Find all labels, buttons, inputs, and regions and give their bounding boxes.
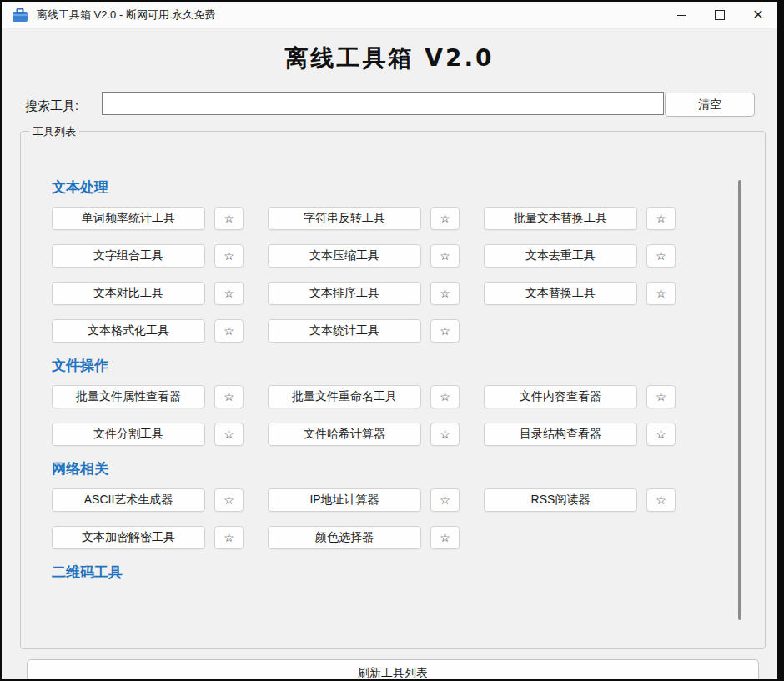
titlebar: 离线工具箱 V2.0 - 断网可用.永久免费 ✕ — [2, 2, 777, 29]
tool-cell: 文本去重工具☆ — [484, 244, 676, 268]
favorite-star-button[interactable]: ☆ — [214, 385, 244, 408]
maximize-button[interactable] — [701, 2, 739, 28]
tool-button[interactable]: 文本对比工具 — [52, 282, 205, 305]
page-title: 离线工具箱 V2.0 — [2, 43, 777, 74]
tool-button[interactable]: 文本加密解密工具 — [52, 526, 205, 549]
window-controls: ✕ — [662, 2, 777, 28]
tool-cell: 文件内容查看器☆ — [484, 385, 676, 408]
search-label: 搜索工具: — [25, 98, 78, 114]
favorite-star-button[interactable]: ☆ — [430, 526, 460, 549]
close-button[interactable]: ✕ — [739, 2, 777, 28]
tool-row: ASCII艺术生成器☆IP地址计算器☆RSS阅读器☆ — [52, 488, 765, 512]
tool-cell: 文件分割工具☆ — [52, 423, 244, 446]
tool-list-groupbox: 工具列表 文本处理单词频率统计工具☆字符串反转工具☆批量文本替换工具☆文字组合工… — [20, 131, 766, 649]
tool-cell: 字符串反转工具☆ — [268, 207, 460, 230]
tool-cell: 文件哈希计算器☆ — [268, 423, 460, 446]
favorite-star-button[interactable]: ☆ — [646, 488, 676, 512]
tool-button[interactable]: 批量文件重命名工具 — [268, 385, 421, 408]
tool-row: 批量文件属性查看器☆批量文件重命名工具☆文件内容查看器☆ — [52, 385, 765, 408]
tool-cell: 文本替换工具☆ — [484, 282, 676, 305]
tool-cell: IP地址计算器☆ — [268, 488, 460, 512]
tool-button[interactable]: ASCII艺术生成器 — [52, 488, 205, 512]
close-icon: ✕ — [752, 8, 763, 22]
favorite-star-button[interactable]: ☆ — [430, 207, 460, 230]
tool-cell: 颜色选择器☆ — [268, 526, 460, 549]
tool-row: 文本加密解密工具☆颜色选择器☆ — [52, 526, 765, 549]
favorite-star-button[interactable]: ☆ — [646, 207, 676, 230]
tool-row: 文本对比工具☆文本排序工具☆文本替换工具☆ — [52, 282, 765, 305]
favorite-star-button[interactable]: ☆ — [430, 282, 460, 305]
favorite-star-button[interactable]: ☆ — [430, 319, 460, 343]
favorite-star-button[interactable]: ☆ — [646, 385, 676, 408]
favorite-star-button[interactable]: ☆ — [214, 244, 244, 268]
tool-button[interactable]: 文件内容查看器 — [484, 385, 637, 408]
tool-cell: 批量文件重命名工具☆ — [268, 385, 460, 408]
favorite-star-button[interactable]: ☆ — [646, 423, 676, 446]
tool-cell: 目录结构查看器☆ — [484, 423, 676, 446]
window-title: 离线工具箱 V2.0 - 断网可用.永久免费 — [37, 8, 216, 23]
tool-cell: 批量文件属性查看器☆ — [52, 385, 244, 408]
tool-cell: 文本统计工具☆ — [268, 319, 460, 343]
tool-cell: 文本格式化工具☆ — [52, 319, 244, 343]
tool-button[interactable]: 字符串反转工具 — [268, 207, 421, 230]
tool-cell: 文本排序工具☆ — [268, 282, 460, 305]
tool-row: 文字组合工具☆文本压缩工具☆文本去重工具☆ — [52, 244, 765, 268]
favorite-star-button[interactable]: ☆ — [430, 385, 460, 408]
tool-button[interactable]: IP地址计算器 — [268, 488, 421, 512]
tool-button[interactable]: 文件分割工具 — [52, 423, 205, 446]
tool-button[interactable]: 文本格式化工具 — [52, 319, 205, 343]
refresh-tools-button[interactable]: 刷新工具列表 — [27, 659, 759, 681]
favorite-star-button[interactable]: ☆ — [214, 526, 244, 549]
tool-cell: 文字组合工具☆ — [52, 244, 244, 268]
section-heading: 二维码工具 — [52, 563, 765, 582]
tool-button[interactable]: 文本替换工具 — [484, 282, 637, 305]
maximize-icon — [715, 10, 725, 20]
tool-button[interactable]: 批量文本替换工具 — [484, 207, 637, 230]
favorite-star-button[interactable]: ☆ — [214, 423, 244, 446]
favorite-star-button[interactable]: ☆ — [214, 488, 244, 512]
tool-cell: 文本压缩工具☆ — [268, 244, 460, 268]
minimize-button[interactable] — [662, 2, 701, 28]
tool-button[interactable]: 单词频率统计工具 — [52, 207, 205, 230]
section-heading: 文本处理 — [52, 178, 765, 197]
tool-button[interactable]: 文本排序工具 — [268, 282, 421, 305]
tool-button[interactable]: RSS阅读器 — [484, 488, 637, 512]
app-window: 离线工具箱 V2.0 - 断网可用.永久免费 ✕ 离线工具箱 V2.0 搜索工具… — [0, 0, 784, 681]
tool-button[interactable]: 文本压缩工具 — [268, 244, 421, 268]
minimize-icon — [677, 15, 686, 16]
section-heading: 网络相关 — [52, 460, 765, 478]
tool-button[interactable]: 颜色选择器 — [268, 526, 421, 549]
favorite-star-button[interactable]: ☆ — [214, 282, 244, 305]
vertical-scrollbar[interactable] — [738, 180, 741, 620]
tool-button[interactable]: 批量文件属性查看器 — [52, 385, 205, 408]
favorite-star-button[interactable]: ☆ — [430, 488, 460, 512]
favorite-star-button[interactable]: ☆ — [430, 423, 460, 446]
favorite-star-button[interactable]: ☆ — [430, 244, 460, 268]
favorite-star-button[interactable]: ☆ — [214, 207, 244, 230]
search-input[interactable] — [102, 92, 664, 115]
tool-button[interactable]: 文字组合工具 — [52, 244, 205, 268]
favorite-star-button[interactable]: ☆ — [646, 244, 676, 268]
tool-cell: 单词频率统计工具☆ — [52, 207, 244, 230]
tool-list: 文本处理单词频率统计工具☆字符串反转工具☆批量文本替换工具☆文字组合工具☆文本压… — [21, 132, 765, 648]
tool-cell: ASCII艺术生成器☆ — [52, 488, 244, 512]
tool-row: 文本格式化工具☆文本统计工具☆ — [52, 319, 765, 343]
tool-cell: RSS阅读器☆ — [484, 488, 676, 512]
tool-cell: 文本加密解密工具☆ — [52, 526, 244, 549]
section-heading: 文件操作 — [52, 357, 765, 375]
favorite-star-button[interactable]: ☆ — [214, 319, 244, 343]
tool-row: 单词频率统计工具☆字符串反转工具☆批量文本替换工具☆ — [52, 207, 765, 230]
favorite-star-button[interactable]: ☆ — [646, 282, 676, 305]
tool-button[interactable]: 文本去重工具 — [484, 244, 637, 268]
tool-button[interactable]: 文件哈希计算器 — [268, 423, 421, 446]
tool-button[interactable]: 目录结构查看器 — [484, 423, 637, 446]
tool-cell: 文本对比工具☆ — [52, 282, 244, 305]
tool-cell: 批量文本替换工具☆ — [484, 207, 676, 230]
tool-row: 文件分割工具☆文件哈希计算器☆目录结构查看器☆ — [52, 423, 765, 446]
tool-button[interactable]: 文本统计工具 — [268, 319, 421, 343]
toolbox-icon — [12, 8, 28, 23]
clear-button[interactable]: 清空 — [665, 93, 755, 117]
